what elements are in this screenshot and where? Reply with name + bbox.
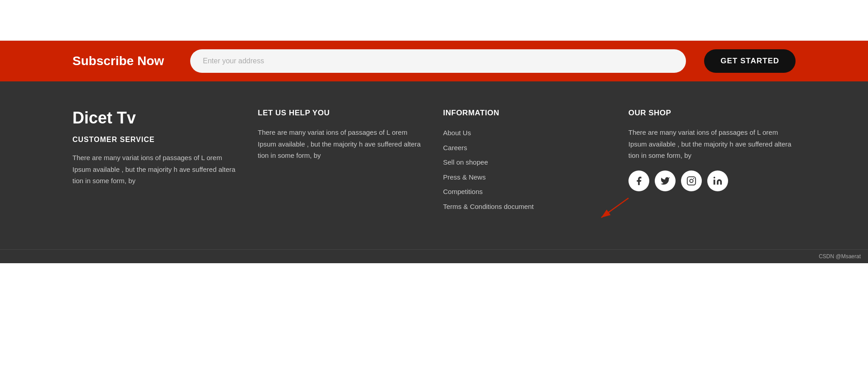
list-item: Careers [443, 142, 610, 155]
sell-link[interactable]: Sell on shopee [443, 158, 488, 166]
list-item: About Us [443, 127, 610, 140]
watermark: CSDN @Msaerat [0, 249, 868, 263]
about-us-link[interactable]: About Us [443, 129, 471, 137]
svg-point-4 [693, 178, 694, 179]
terms-link[interactable]: Terms & Conditions document [443, 203, 534, 210]
press-news-link[interactable]: Press & News [443, 173, 486, 181]
linkedin-icon[interactable] [707, 170, 728, 191]
instagram-svg [686, 176, 696, 186]
list-item: Competitions [443, 185, 610, 199]
information-links: About Us Careers Sell on shopee Press & … [443, 127, 610, 213]
facebook-svg [634, 176, 644, 186]
top-bar [0, 0, 868, 41]
information-title: INFORMATION [443, 109, 610, 118]
shop-text: There are many variat ions of passages o… [628, 127, 796, 161]
list-item: Terms & Conditions document [443, 200, 610, 213]
shop-title: OUR SHOP [628, 109, 796, 118]
help-text: There are many variat ions of passages o… [258, 127, 425, 161]
footer-column-brand: Dicet Tv CUSTOMER SERVICE There are many… [72, 109, 240, 213]
email-input[interactable] [190, 49, 686, 73]
svg-point-3 [690, 179, 693, 182]
svg-rect-2 [687, 176, 695, 185]
footer: Dicet Tv CUSTOMER SERVICE There are many… [0, 81, 868, 249]
subscribe-title: Subscribe Now [72, 54, 172, 68]
footer-column-information: INFORMATION About Us Careers Sell on sho… [443, 109, 610, 213]
get-started-button[interactable]: GET STARTED [704, 49, 796, 73]
svg-point-5 [714, 176, 715, 178]
facebook-icon[interactable] [628, 170, 649, 191]
social-icons [628, 170, 796, 191]
competitions-link[interactable]: Competitions [443, 188, 483, 195]
brand-name: Dicet Tv [72, 109, 240, 128]
footer-column-help: LET US HELP YOU There are many variat io… [258, 109, 425, 213]
careers-link[interactable]: Careers [443, 144, 467, 151]
twitter-icon[interactable] [655, 170, 676, 191]
svg-line-1 [601, 198, 628, 218]
subscribe-bar: Subscribe Now GET STARTED [0, 41, 868, 81]
list-item: Sell on shopee [443, 156, 610, 169]
list-item: Press & News [443, 171, 610, 184]
twitter-svg [660, 176, 670, 186]
footer-column-shop: OUR SHOP There are many variat ions of p… [628, 109, 796, 213]
customer-service-title: CUSTOMER SERVICE [72, 136, 240, 144]
customer-service-text: There are many variat ions of passages o… [72, 152, 240, 187]
help-title: LET US HELP YOU [258, 109, 425, 118]
instagram-icon[interactable] [681, 170, 702, 191]
linkedin-svg [713, 176, 723, 186]
